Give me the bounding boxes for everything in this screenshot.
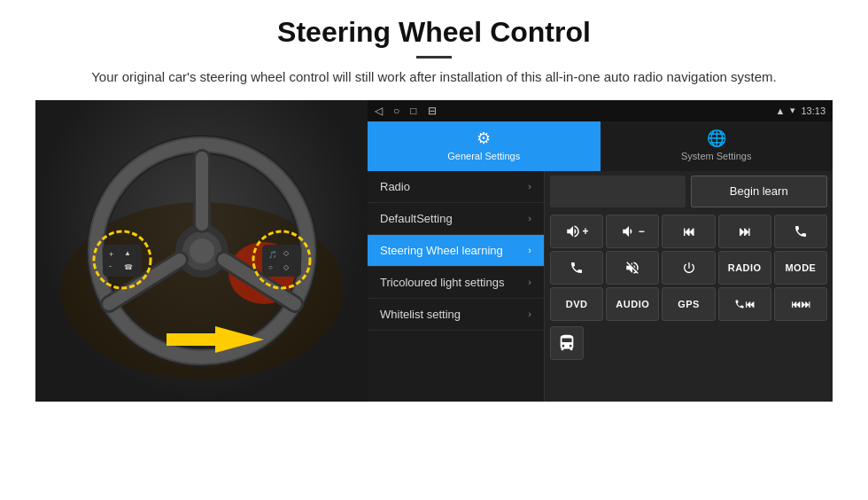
subtitle-text: Your original car's steering wheel contr… [71, 67, 797, 88]
chevron-icon-radio: › [528, 181, 531, 191]
svg-text:☎: ☎ [124, 263, 133, 271]
menu-item-whitelist[interactable]: Whitelist setting › [368, 299, 544, 331]
begin-learn-button[interactable]: Begin learn [691, 176, 828, 207]
svg-text:+: + [109, 250, 113, 259]
tab-bar: ⚙ General Settings 🌐 System Settings [368, 121, 833, 171]
btn-row-2: RADIO MODE [550, 251, 827, 285]
power-button[interactable] [662, 251, 715, 285]
dvd-button[interactable]: DVD [550, 287, 603, 321]
chevron-icon-steering: › [528, 245, 531, 255]
menu-steering-label: Steering Wheel learning [380, 244, 503, 257]
menu-item-radio[interactable]: Radio › [368, 171, 544, 203]
settings-menu: Radio › DefaultSetting › Steering Wheel … [368, 171, 545, 402]
tab-system-settings-label: System Settings [681, 151, 751, 161]
btn-row-1: + − ⏮ ⏭ [550, 215, 827, 248]
menu-icon[interactable]: ⊟ [428, 105, 437, 117]
page-title: Steering Wheel Control [35, 16, 833, 49]
svg-text:▲: ▲ [124, 249, 131, 257]
content-row: + ▲ - ☎ 🎵 ◇ ○ ◇ [35, 100, 833, 402]
prev-track-button[interactable]: ⏮ [662, 215, 715, 248]
radio-button[interactable]: RADIO [718, 251, 771, 285]
status-bar: ◁ ○ □ ⊟ ▲ ▾ 13:13 [368, 100, 833, 121]
title-divider [416, 56, 452, 59]
vol-up-button[interactable]: + [550, 215, 603, 248]
empty-indicator-box [550, 176, 686, 207]
menu-whitelist-label: Whitelist setting [380, 308, 461, 321]
svg-text:🎵: 🎵 [268, 250, 277, 259]
answer-call-button[interactable] [550, 251, 603, 285]
status-bar-left: ◁ ○ □ ⊟ [375, 105, 437, 117]
wifi-icon: ▾ [790, 105, 795, 116]
home-icon[interactable]: ○ [393, 105, 399, 117]
mode-button[interactable]: MODE [774, 251, 827, 285]
status-bar-right: ▲ ▾ 13:13 [776, 105, 825, 116]
clock: 13:13 [801, 105, 825, 116]
svg-point-7 [190, 238, 214, 263]
svg-text:-: - [109, 262, 112, 270]
btn-row-3: DVD AUDIO GPS ⏮ ⏮⏭ [550, 287, 827, 321]
chevron-icon-whitelist: › [528, 309, 531, 319]
menu-default-label: DefaultSetting [380, 212, 453, 225]
svg-text:○: ○ [268, 263, 273, 271]
header-section: Steering Wheel Control Your original car… [35, 16, 833, 88]
chevron-icon-tricoloured: › [528, 277, 531, 287]
recent-icon[interactable]: □ [410, 105, 416, 117]
vol-down-button[interactable]: − [606, 215, 659, 248]
phone-prev-button[interactable]: ⏮ [718, 287, 771, 321]
audio-button[interactable]: AUDIO [606, 287, 659, 321]
bottom-icon-row [545, 324, 833, 363]
general-settings-icon: ⚙ [477, 129, 491, 148]
back-icon[interactable]: ◁ [375, 105, 383, 117]
menu-item-tricoloured[interactable]: Tricoloured light settings › [368, 267, 544, 299]
svg-text:◇: ◇ [283, 249, 290, 257]
control-row-1: Begin learn [545, 171, 833, 212]
tab-general-settings[interactable]: ⚙ General Settings [368, 121, 601, 171]
svg-text:◇: ◇ [283, 263, 290, 271]
headunit-panel: ◁ ○ □ ⊟ ▲ ▾ 13:13 ⚙ General Settings [368, 100, 833, 402]
tab-general-settings-label: General Settings [447, 151, 520, 161]
chevron-icon-default: › [528, 213, 531, 223]
settings-list: Radio › DefaultSetting › Steering Wheel … [368, 171, 833, 402]
phone-button[interactable] [774, 215, 827, 248]
next-track-button[interactable]: ⏭ [718, 215, 771, 248]
bus-icon-button[interactable] [550, 326, 584, 360]
menu-radio-label: Radio [380, 180, 410, 193]
menu-tricoloured-label: Tricoloured light settings [380, 276, 504, 289]
page-container: Steering Wheel Control Your original car… [0, 0, 868, 410]
gps-button[interactable]: GPS [662, 287, 715, 321]
svg-rect-21 [262, 245, 301, 277]
tab-system-settings[interactable]: 🌐 System Settings [601, 121, 833, 171]
svg-rect-27 [167, 333, 220, 346]
system-settings-icon: 🌐 [707, 129, 726, 148]
steering-photo: + ▲ - ☎ 🎵 ◇ ○ ◇ [35, 100, 368, 402]
prev-next-button[interactable]: ⏮⏭ [774, 287, 827, 321]
menu-item-steering[interactable]: Steering Wheel learning › [368, 235, 544, 267]
button-grid: + − ⏮ ⏭ [545, 212, 833, 324]
menu-item-default[interactable]: DefaultSetting › [368, 203, 544, 235]
location-icon: ▲ [776, 105, 786, 116]
steering-wheel-svg: + ▲ - ☎ 🎵 ◇ ○ ◇ [51, 113, 353, 388]
control-panel: Begin learn + − [545, 171, 833, 402]
mute-button[interactable] [606, 251, 659, 285]
